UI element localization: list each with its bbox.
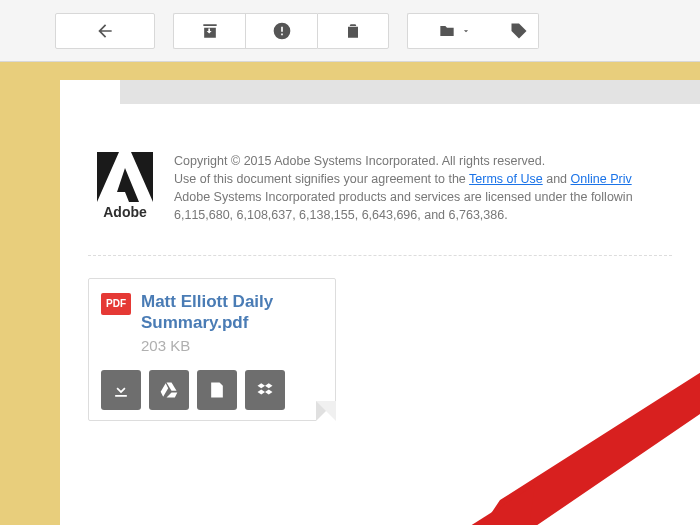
spam-button[interactable] — [245, 13, 317, 49]
email-footer: Adobe Copyright © 2015 Adobe Systems Inc… — [60, 152, 700, 225]
archive-icon — [200, 21, 220, 41]
trash-icon — [343, 21, 363, 41]
save-docs-button[interactable] — [197, 370, 237, 410]
back-button[interactable] — [55, 13, 155, 49]
adobe-logo: Adobe — [90, 152, 160, 224]
download-button[interactable] — [101, 370, 141, 410]
svg-marker-0 — [480, 330, 700, 525]
privacy-link[interactable]: Online Priv — [571, 172, 632, 186]
toolbar-group — [173, 13, 389, 49]
spam-icon — [272, 21, 292, 41]
labels-button[interactable] — [499, 13, 539, 49]
toolbar — [0, 0, 700, 62]
archive-button[interactable] — [173, 13, 245, 49]
patents-line: 6,115,680, 6,108,637, 6,138,155, 6,643,6… — [174, 206, 633, 224]
attachment-size: 203 KB — [141, 337, 323, 354]
adobe-brand-text: Adobe — [103, 204, 147, 220]
save-drive-button[interactable] — [149, 370, 189, 410]
divider — [88, 255, 672, 256]
adobe-a-icon — [97, 152, 153, 202]
dropbox-icon — [255, 380, 275, 400]
delete-button[interactable] — [317, 13, 389, 49]
svg-marker-1 — [440, 485, 535, 525]
toolbar-group-2 — [407, 13, 539, 49]
attachment-header: PDF Matt Elliott Daily Summary.pdf — [101, 291, 323, 334]
move-to-button[interactable] — [407, 13, 499, 49]
attachment-actions — [101, 370, 323, 410]
legal-text: Copyright © 2015 Adobe Systems Incorpora… — [174, 152, 633, 225]
terms-link[interactable]: Terms of Use — [469, 172, 543, 186]
download-icon — [111, 380, 131, 400]
copyright-line: Copyright © 2015 Adobe Systems Incorpora… — [174, 152, 633, 170]
annotation-arrow-icon — [440, 330, 700, 525]
attachment-filename: Matt Elliott Daily Summary.pdf — [141, 291, 323, 334]
attachment-card[interactable]: PDF Matt Elliott Daily Summary.pdf 203 K… — [88, 278, 336, 422]
dog-ear-corner — [316, 401, 336, 421]
license-line: Adobe Systems Incorporated products and … — [174, 188, 633, 206]
quoted-bar — [120, 80, 700, 104]
save-dropbox-button[interactable] — [245, 370, 285, 410]
chevron-down-icon — [461, 26, 471, 36]
google-drive-icon — [159, 380, 179, 400]
back-arrow-icon — [95, 21, 115, 41]
folder-icon — [437, 21, 457, 41]
tag-icon — [509, 21, 529, 41]
email-content: Adobe Copyright © 2015 Adobe Systems Inc… — [60, 80, 700, 525]
document-icon — [207, 380, 227, 400]
terms-line: Use of this document signifies your agre… — [174, 170, 633, 188]
pdf-badge-icon: PDF — [101, 293, 131, 315]
